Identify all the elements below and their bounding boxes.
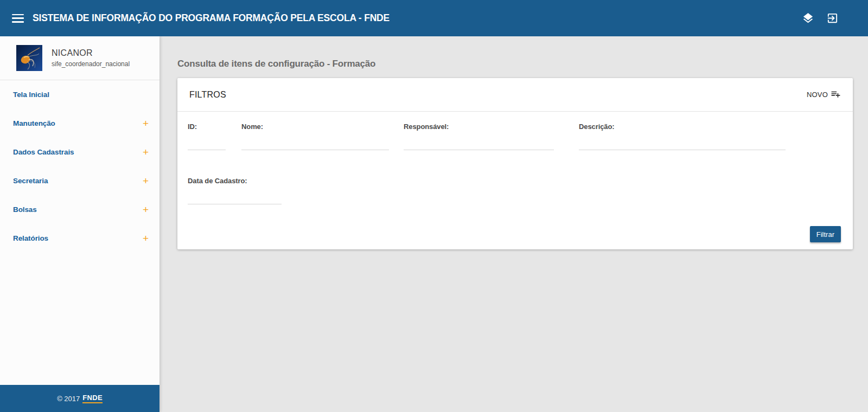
user-avatar	[16, 45, 42, 71]
filters-card: FILTROS NOVO ID: Nome: Responsável: Des	[177, 78, 853, 249]
filter-field-nome: Nome:	[241, 123, 389, 150]
descricao-input[interactable]	[579, 143, 786, 150]
expand-plus-icon[interactable]: +	[143, 233, 149, 243]
layers-icon[interactable]	[802, 12, 814, 24]
filters-card-header: FILTROS NOVO	[177, 78, 853, 112]
responsavel-input[interactable]	[404, 143, 554, 150]
sidebar-nav: Tela Inicial Manutenção + Dados Cadastra…	[0, 80, 159, 253]
filter-field-descricao: Descrição:	[579, 123, 786, 150]
sidebar-item-relatorios[interactable]: Relatórios +	[0, 224, 159, 253]
user-block: NICANOR sife_coordenador_nacional	[0, 36, 159, 80]
main-content: Consulta de itens de configuração - Form…	[159, 36, 868, 412]
page-title: Consulta de itens de configuração - Form…	[177, 59, 375, 69]
nome-input[interactable]	[241, 143, 389, 150]
sidebar: NICANOR sife_coordenador_nacional Tela I…	[0, 36, 159, 412]
novo-button[interactable]: NOVO	[807, 89, 841, 101]
filtrar-button[interactable]: Filtrar	[810, 226, 841, 242]
sidebar-item-tela-inicial[interactable]: Tela Inicial	[0, 80, 159, 109]
topbar-actions	[802, 12, 839, 24]
hamburger-menu-icon[interactable]	[12, 14, 24, 23]
id-label: ID:	[188, 123, 226, 131]
descricao-label: Descrição:	[579, 123, 786, 131]
top-app-bar: SISTEMA DE INFORMAÇÃO DO PROGRAMA FORMAÇ…	[0, 0, 868, 36]
novo-button-label: NOVO	[807, 91, 828, 99]
fnde-link[interactable]: FNDE	[82, 394, 103, 403]
sidebar-item-label: Relatórios	[13, 234, 48, 242]
expand-plus-icon[interactable]: +	[143, 118, 149, 128]
filters-title: FILTROS	[189, 90, 226, 100]
exit-to-app-icon[interactable]	[826, 12, 839, 24]
app-title: SISTEMA DE INFORMAÇÃO DO PROGRAMA FORMAÇ…	[33, 12, 390, 24]
data-cadastro-input[interactable]	[188, 197, 282, 204]
expand-plus-icon[interactable]: +	[143, 176, 149, 186]
copyright-text: © 2017	[57, 395, 80, 403]
sidebar-item-label: Dados Cadastrais	[13, 148, 74, 156]
user-info: NICANOR sife_coordenador_nacional	[52, 48, 130, 68]
sidebar-item-label: Tela Inicial	[13, 91, 49, 99]
sidebar-item-label: Bolsas	[13, 205, 37, 214]
filter-field-id: ID:	[188, 123, 226, 150]
filter-field-responsavel: Responsável:	[404, 123, 554, 150]
nome-label: Nome:	[241, 123, 389, 131]
responsavel-label: Responsável:	[404, 123, 554, 131]
sidebar-item-manutencao[interactable]: Manutenção +	[0, 109, 159, 138]
sidebar-item-secretaria[interactable]: Secretaria +	[0, 166, 159, 195]
filter-field-data-cadastro: Data de Cadastro:	[188, 177, 282, 204]
sidebar-item-bolsas[interactable]: Bolsas +	[0, 195, 159, 224]
sidebar-item-label: Secretaria	[13, 177, 48, 185]
sidebar-item-label: Manutenção	[13, 119, 55, 127]
sidebar-footer: © 2017 FNDE	[0, 385, 159, 412]
id-input[interactable]	[188, 143, 226, 150]
sidebar-item-dados-cadastrais[interactable]: Dados Cadastrais +	[0, 138, 159, 166]
expand-plus-icon[interactable]: +	[143, 147, 149, 157]
expand-plus-icon[interactable]: +	[143, 204, 149, 215]
playlist-add-icon	[831, 89, 841, 101]
user-name: NICANOR	[52, 48, 130, 58]
user-role: sife_coordenador_nacional	[52, 60, 130, 68]
data-cadastro-label: Data de Cadastro:	[188, 177, 282, 185]
